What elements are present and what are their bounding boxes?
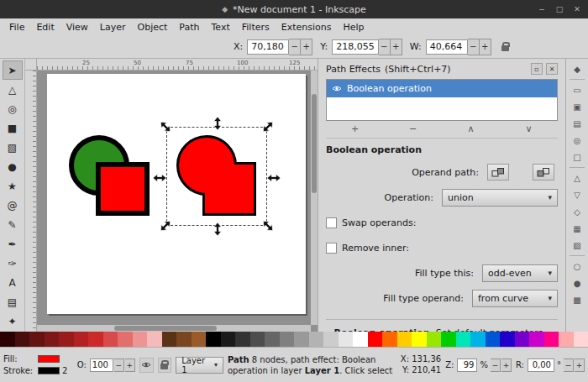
snap-rotation-center-icon[interactable]: ▩: [568, 291, 586, 308]
w-increment-button[interactable]: +: [480, 39, 491, 55]
palette-swatch[interactable]: [294, 332, 309, 347]
palette-swatch[interactable]: [15, 332, 30, 347]
menu-help[interactable]: Help: [337, 20, 370, 34]
snap-bbox-corner-icon[interactable]: ▤: [568, 115, 586, 132]
link-operand-path-button[interactable]: [533, 164, 554, 181]
opacity-input[interactable]: 100: [90, 358, 113, 372]
snap-path-icon[interactable]: ▽: [568, 186, 586, 203]
snap-intersection-icon[interactable]: ◇: [568, 203, 586, 220]
tool-pen-button[interactable]: ✒: [3, 234, 23, 254]
palette-swatch[interactable]: [206, 332, 221, 347]
tool-star-button[interactable]: ★: [3, 176, 23, 196]
menu-path[interactable]: Path: [173, 20, 205, 34]
x-increment-button[interactable]: +: [301, 39, 312, 55]
palette-swatch[interactable]: [162, 332, 177, 347]
palette-swatch[interactable]: [88, 332, 103, 347]
x-input[interactable]: 70,180: [247, 39, 289, 55]
tool-calligraphy-button[interactable]: ✑: [3, 254, 23, 273]
w-input[interactable]: 40,664: [426, 39, 468, 55]
palette-swatch[interactable]: [397, 332, 412, 347]
canvas-page[interactable]: [47, 74, 306, 314]
palette-swatch[interactable]: [221, 332, 236, 347]
menu-filters[interactable]: Filters: [236, 20, 276, 34]
horizontal-scrollbar[interactable]: [37, 325, 311, 332]
opacity-increment-button[interactable]: +: [125, 358, 135, 372]
menu-edit[interactable]: Edit: [30, 20, 60, 34]
palette-swatch[interactable]: [529, 332, 544, 347]
fill-color-swatch[interactable]: [38, 355, 60, 363]
tool-gradient-button[interactable]: ▤: [3, 292, 23, 311]
red-square-shape[interactable]: [98, 165, 147, 213]
palette-swatch[interactable]: [382, 332, 397, 347]
menu-extensions[interactable]: Extensions: [276, 20, 338, 34]
palette-swatch[interactable]: [412, 332, 427, 347]
canvas-viewport[interactable]: [37, 71, 318, 332]
y-increment-button[interactable]: +: [391, 39, 402, 55]
remove-effect-button[interactable]: −: [384, 123, 442, 135]
ruler-corner[interactable]: [25, 59, 37, 71]
y-input[interactable]: 218,055: [332, 39, 379, 55]
add-effect-button[interactable]: +: [326, 123, 384, 135]
snap-bbox-midpoint-icon[interactable]: ◎: [568, 132, 586, 149]
menu-layer[interactable]: Layer: [94, 20, 132, 34]
effect-list[interactable]: Boolean operation: [326, 79, 558, 121]
palette-swatch[interactable]: [103, 332, 118, 347]
horizontal-scrollbar-handle[interactable]: [114, 326, 217, 331]
zoom-input[interactable]: 99: [457, 358, 477, 372]
palette-swatch[interactable]: [118, 332, 133, 347]
palette-swatch[interactable]: [544, 332, 559, 347]
tool-pencil-button[interactable]: ✎: [3, 215, 23, 234]
opacity-decrement-button[interactable]: −: [114, 358, 124, 372]
y-decrement-button[interactable]: −: [379, 39, 391, 55]
scale-handle-e-icon[interactable]: [267, 172, 281, 184]
palette-swatch[interactable]: [368, 332, 383, 347]
layer-lock-button[interactable]: [158, 358, 172, 373]
zoom-decrement-button[interactable]: −: [491, 358, 501, 372]
tool-dropper-button[interactable]: ✦: [3, 311, 23, 331]
palette-swatch[interactable]: [339, 332, 354, 347]
palette-swatch[interactable]: [559, 332, 574, 347]
menu-object[interactable]: Object: [132, 20, 174, 34]
visibility-eye-icon[interactable]: [332, 85, 342, 92]
menu-file[interactable]: File: [3, 20, 30, 34]
palette-swatch[interactable]: [515, 332, 530, 347]
tool-3dbox-button[interactable]: ▧: [3, 138, 23, 157]
move-effect-up-button[interactable]: ∧: [442, 123, 500, 135]
minimize-button[interactable]: −: [534, 3, 549, 16]
snap-enable-icon[interactable]: ◆: [568, 60, 586, 77]
fill-type-this-dropdown[interactable]: odd-even ▾: [482, 264, 558, 282]
palette-swatch[interactable]: [574, 332, 588, 347]
palette-swatch[interactable]: [265, 332, 280, 347]
tool-zoom-button[interactable]: ◎: [3, 99, 23, 118]
layer-selector-dropdown[interactable]: Layer 1 ▾: [176, 357, 223, 374]
scale-handle-w-icon[interactable]: [153, 172, 166, 184]
menu-view[interactable]: View: [60, 20, 94, 34]
palette-swatch[interactable]: [500, 332, 515, 347]
snap-cusp-node-icon[interactable]: ▦: [568, 220, 586, 237]
move-effect-down-button[interactable]: ∨: [500, 123, 558, 135]
rotation-increment-button[interactable]: +: [575, 358, 585, 372]
palette-swatch[interactable]: [280, 332, 295, 347]
tool-selector-button[interactable]: ➤: [3, 60, 23, 80]
tool-text-button[interactable]: A: [3, 273, 23, 292]
snap-bbox-icon[interactable]: ▭: [568, 81, 586, 98]
snap-midpoint-icon[interactable]: ○: [568, 258, 586, 275]
edit-operand-on-canvas-button[interactable]: [487, 164, 509, 181]
palette-swatch[interactable]: [74, 332, 89, 347]
x-decrement-button[interactable]: −: [289, 39, 301, 55]
operation-dropdown[interactable]: union ▾: [442, 189, 558, 207]
remove-inner-checkbox[interactable]: [326, 243, 337, 254]
rotation-input[interactable]: 0,00: [528, 358, 554, 372]
scale-handle-n-icon[interactable]: [212, 117, 223, 130]
tool-node-button[interactable]: △: [3, 80, 23, 99]
palette-swatch[interactable]: [470, 332, 486, 347]
palette-swatch[interactable]: [133, 332, 148, 347]
panel-close-button[interactable]: ✕: [546, 63, 558, 75]
vertical-scrollbar[interactable]: [311, 71, 318, 325]
palette-swatch[interactable]: [147, 332, 162, 347]
snap-bbox-edge-icon[interactable]: ▣: [568, 98, 586, 115]
layer-visibility-button[interactable]: [139, 358, 154, 373]
palette-swatch[interactable]: [250, 332, 265, 347]
tool-rectangle-button[interactable]: ■: [3, 118, 23, 138]
snap-nodes-icon[interactable]: △: [568, 170, 586, 186]
